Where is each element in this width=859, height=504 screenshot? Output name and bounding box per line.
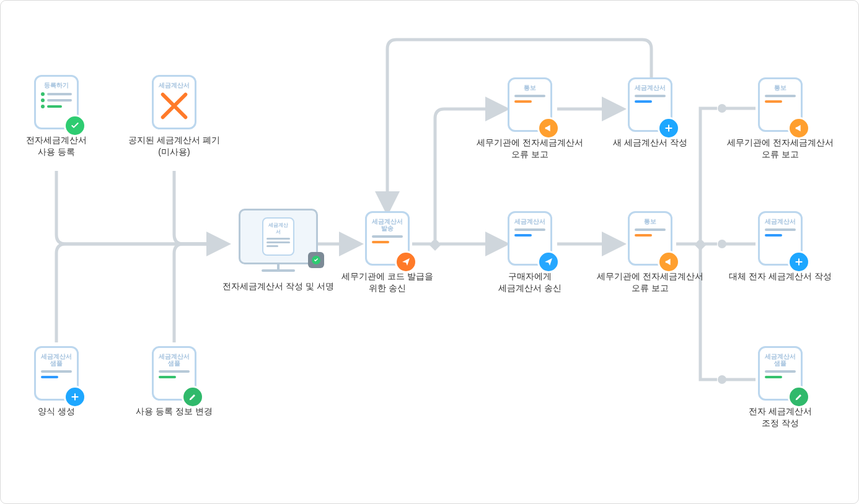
doc-title: 세금계산서 — [635, 84, 666, 91]
node-create-sign: 세금계산서 전자세금계산서 작성 및 서명 — [216, 209, 340, 292]
monitor-icon: 세금계산서 — [235, 209, 322, 276]
doc-notify-icon: 통보 — [628, 211, 672, 266]
doc-title: 통보 — [765, 84, 796, 91]
megaphone-icon — [539, 119, 558, 137]
doc-send-blue-icon: 세금계산서 — [508, 211, 552, 266]
doc-sample-plus-icon: 세금계산서 샘플 — [34, 346, 79, 401]
node-label: 공지된 세금계산서 폐기 (미사용) — [118, 134, 230, 158]
node-register-usage: 등록하기 전자세금계산서 사용 등록 — [1, 75, 112, 158]
node-label: 세무기관에 전자세금계산서 오류 보고 — [474, 137, 586, 160]
stamp-check-icon — [308, 252, 324, 268]
node-create-form: 세금계산서 샘플 양식 생성 — [1, 346, 112, 417]
node-label: 구매자에게 세금계산서 송신 — [474, 271, 586, 294]
node-label: 전자세금계산서 작성 및 서명 — [216, 280, 340, 292]
node-label: 전자 세금계산서 조정 작성 — [725, 406, 836, 429]
pencil-icon — [183, 388, 202, 406]
check-icon — [66, 116, 84, 135]
doc-title: 세금계산서 — [765, 218, 796, 225]
doc-title: 등록하기 — [41, 82, 72, 89]
plus-icon — [659, 119, 678, 137]
doc-sample-edit-icon: 세금계산서 샘플 — [152, 346, 196, 401]
node-label: 양식 생성 — [1, 406, 112, 417]
doc-invoice-plus-icon: 세금계산서 — [758, 211, 803, 266]
node-report-error-top: 통보 세무기관에 전자세금계산서 오류 보고 — [474, 77, 586, 160]
node-send-to-buyer: 세금계산서 구매자에게 세금계산서 송신 — [474, 211, 586, 294]
doc-notify-icon: 통보 — [758, 77, 803, 132]
doc-title: 세금계산서 — [514, 218, 545, 225]
node-label: 세무기관에 전자세금계산서 오류 보고 — [725, 137, 836, 160]
node-label: 전자세금계산서 사용 등록 — [1, 134, 112, 158]
send-icon — [397, 253, 415, 271]
pencil-icon — [790, 388, 808, 406]
node-discard-invoice: 세금계산서 공지된 세금계산서 폐기 (미사용) — [118, 75, 230, 158]
send-icon — [539, 253, 558, 271]
doc-sample-edit-icon: 세금계산서 샘플 — [758, 346, 803, 401]
node-label: 새 세금계산서 작성 — [594, 137, 706, 149]
doc-discard-icon: 세금계산서 — [152, 75, 196, 129]
doc-notify-icon: 통보 — [508, 77, 552, 132]
node-change-registration: 세금계산서 샘플 사용 등록 정보 변경 — [118, 346, 230, 417]
node-report-error-mid: 통보 세무기관에 전자세금계산서 오류 보고 — [594, 211, 706, 294]
node-create-new-invoice: 세금계산서 새 세금계산서 작성 — [594, 77, 706, 149]
plus-icon — [66, 388, 84, 406]
doc-title: 세금계산서 — [159, 82, 190, 89]
doc-register-icon: 등록하기 — [34, 75, 79, 129]
x-icon — [160, 90, 188, 121]
node-label: 세무기관에 전자세금계산서 오류 보고 — [594, 271, 706, 294]
doc-title: 세금계산서 샘플 — [159, 353, 190, 367]
node-report-error-right: 통보 세무기관에 전자세금계산서 오류 보고 — [725, 77, 836, 160]
node-send-for-code: 세금계산서 발송 세무기관에 코드 발급을 위한 송신 — [332, 211, 443, 294]
plus-icon — [790, 253, 808, 271]
doc-send-orange-icon: 세금계산서 발송 — [365, 211, 410, 266]
node-label: 세무기관에 코드 발급을 위한 송신 — [332, 271, 443, 294]
doc-title: 세금계산서 발송 — [372, 218, 403, 232]
doc-title: 통보 — [635, 218, 666, 225]
node-label: 대체 전자 세금계산서 작성 — [725, 271, 836, 282]
diagram-canvas: 등록하기 전자세금계산서 사용 등록 세금계산서 공지된 세금계산서 폐기 (미… — [0, 0, 859, 504]
doc-title: 세금계산서 샘플 — [765, 353, 796, 367]
node-label: 사용 등록 정보 변경 — [118, 406, 230, 417]
doc-title: 세금계산서 샘플 — [41, 353, 72, 367]
node-create-replacement: 세금계산서 대체 전자 세금계산서 작성 — [725, 211, 836, 282]
doc-title: 통보 — [514, 84, 545, 91]
doc-invoice-plus-icon: 세금계산서 — [628, 77, 672, 132]
node-create-adjustment: 세금계산서 샘플 전자 세금계산서 조정 작성 — [725, 346, 836, 429]
doc-title: 세금계산서 — [267, 222, 290, 235]
megaphone-icon — [659, 253, 678, 271]
megaphone-icon — [790, 119, 808, 137]
